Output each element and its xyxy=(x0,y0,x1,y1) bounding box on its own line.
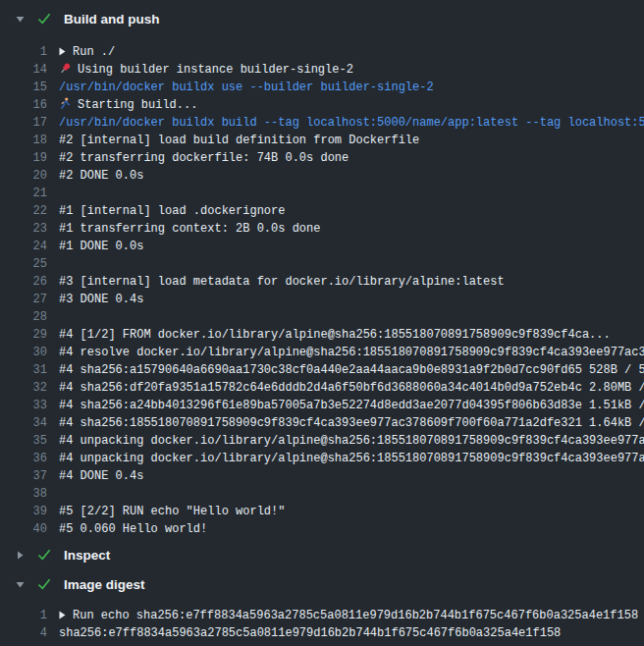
line-number[interactable]: 4 xyxy=(0,624,47,642)
workflow-log-viewer: Build and push1Run ./14Using builder ins… xyxy=(0,0,644,646)
log-text-content: #4 sha256:a24bb4013296f61e89ba57005a7b3e… xyxy=(59,399,644,412)
check-icon xyxy=(37,13,51,25)
log-text: #4 sha256:df20fa9351a15782c64e6dddb2d4a6… xyxy=(59,379,644,397)
line-number[interactable]: 37 xyxy=(0,467,47,485)
line-number[interactable]: 23 xyxy=(0,220,47,238)
log-command-text: /usr/bin/docker buildx use --builder bui… xyxy=(59,79,434,96)
line-number[interactable]: 34 xyxy=(0,414,47,432)
log-line: 15/usr/bin/docker buildx use --builder b… xyxy=(0,79,644,96)
log-text: #4 sha256:185518070891758909c9f839cf4ca3… xyxy=(59,414,644,432)
pushpin-icon xyxy=(59,62,72,79)
line-number[interactable]: 20 xyxy=(0,167,47,185)
log-line: 40#5 0.060 Hello world! xyxy=(0,520,644,538)
log-line: 18#2 [internal] load build definition fr… xyxy=(0,132,644,149)
log-text-content: sha256:e7ff8834a5963a2785c5a0811e979d16b… xyxy=(59,626,561,640)
log-text: Starting build... xyxy=(59,96,197,114)
line-number[interactable]: 31 xyxy=(0,361,47,379)
log-text: #1 transferring context: 2B 0.0s done xyxy=(59,220,320,238)
line-number[interactable]: 38 xyxy=(0,485,47,503)
log-text: #2 [internal] load build definition from… xyxy=(59,132,419,149)
line-number[interactable]: 25 xyxy=(0,255,47,273)
log-line: 4sha256:e7ff8834a5963a2785c5a0811e979d16… xyxy=(0,624,644,642)
log-text-content: #4 unpacking docker.io/library/alpine@sh… xyxy=(59,452,644,465)
line-number[interactable]: 14 xyxy=(0,61,47,79)
line-number[interactable]: 26 xyxy=(0,273,47,291)
log-text-content: #5 0.060 Hello world! xyxy=(59,522,207,536)
log-text-content: Run ./ xyxy=(73,45,115,59)
log-text: #4 [1/2] FROM docker.io/library/alpine@s… xyxy=(59,326,611,344)
log-line: 36#4 unpacking docker.io/library/alpine@… xyxy=(0,450,644,467)
log-line: 26#3 [internal] load metadata for docker… xyxy=(0,273,644,291)
runner-icon xyxy=(59,97,72,114)
log-text: #2 transferring dockerfile: 74B 0.0s don… xyxy=(59,149,349,167)
line-number[interactable]: 29 xyxy=(0,326,47,344)
log-line: 31#4 sha256:a15790640a6690aa1730c38cf0a4… xyxy=(0,361,644,379)
log-text-content: #2 [internal] load build definition from… xyxy=(59,134,419,147)
line-number[interactable]: 17 xyxy=(0,114,47,132)
section-header-image-digest[interactable]: Image digest xyxy=(0,575,644,593)
line-number[interactable]: 1 xyxy=(0,43,47,61)
check-icon xyxy=(37,578,51,590)
play-triangle-icon[interactable] xyxy=(59,43,66,61)
log-line: 33#4 sha256:a24bb4013296f61e89ba57005a7b… xyxy=(0,397,644,414)
line-number[interactable]: 28 xyxy=(0,308,47,326)
log-text: #1 [internal] load .dockerignore xyxy=(59,202,285,220)
line-number[interactable]: 24 xyxy=(0,238,47,255)
section-header-build-and-push[interactable]: Build and push xyxy=(0,10,644,27)
log-text-content: /usr/bin/docker buildx use --builder bui… xyxy=(59,81,434,94)
log-text-content: #1 [internal] load .dockerignore xyxy=(59,204,285,218)
log-line: 21 xyxy=(0,185,644,202)
log-text-content: #4 DONE 0.4s xyxy=(59,469,143,483)
log-line: 30#4 resolve docker.io/library/alpine@sh… xyxy=(0,344,644,361)
line-number[interactable]: 19 xyxy=(0,149,47,167)
section-log-body-image-digest: 1Run echo sha256:e7ff8834a5963a2785c5a08… xyxy=(0,607,644,642)
chevron-down-icon[interactable] xyxy=(15,581,25,588)
log-line: 39#5 [2/2] RUN echo "Hello world!" xyxy=(0,503,644,520)
line-number[interactable]: 27 xyxy=(0,291,47,308)
log-text-content: #1 DONE 0.0s xyxy=(59,240,143,253)
line-number[interactable]: 33 xyxy=(0,397,47,414)
line-number[interactable]: 15 xyxy=(0,79,47,96)
line-number[interactable]: 16 xyxy=(0,96,47,114)
log-line: 16Starting build... xyxy=(0,96,644,114)
log-text-content: #2 DONE 0.0s xyxy=(59,169,143,183)
log-line: 20#2 DONE 0.0s xyxy=(0,167,644,185)
log-text: Using builder instance builder-single-2 xyxy=(59,61,353,79)
log-line: 17/usr/bin/docker buildx build --tag loc… xyxy=(0,114,644,132)
line-number[interactable]: 39 xyxy=(0,503,47,520)
chevron-right-icon[interactable] xyxy=(15,551,25,560)
line-number[interactable]: 30 xyxy=(0,344,47,361)
line-number[interactable]: 32 xyxy=(0,379,47,397)
log-text-content: #4 sha256:185518070891758909c9f839cf4ca3… xyxy=(59,416,644,430)
log-line: 28 xyxy=(0,308,644,326)
log-text-content: Using builder instance builder-single-2 xyxy=(78,63,353,77)
log-text-content: #2 transferring dockerfile: 74B 0.0s don… xyxy=(59,151,349,165)
log-command-text: /usr/bin/docker buildx build --tag local… xyxy=(59,114,644,132)
log-text: Run echo sha256:e7ff8834a5963a2785c5a081… xyxy=(59,607,638,624)
chevron-down-icon[interactable] xyxy=(15,16,25,23)
line-number[interactable]: 22 xyxy=(0,202,47,220)
log-line: 19#2 transferring dockerfile: 74B 0.0s d… xyxy=(0,149,644,167)
line-number[interactable]: 1 xyxy=(0,607,47,624)
log-text-content: #5 [2/2] RUN echo "Hello world!" xyxy=(59,505,285,518)
line-number[interactable]: 18 xyxy=(0,132,47,149)
log-text: #1 DONE 0.0s xyxy=(59,238,143,255)
line-number[interactable]: 35 xyxy=(0,432,47,450)
section-header-inspect[interactable]: Inspect xyxy=(0,546,644,564)
log-line: 25 xyxy=(0,255,644,273)
log-line: 23#1 transferring context: 2B 0.0s done xyxy=(0,220,644,238)
log-text: #2 DONE 0.0s xyxy=(59,167,143,185)
log-text-content: #4 sha256:df20fa9351a15782c64e6dddb2d4a6… xyxy=(59,381,644,395)
line-number[interactable]: 21 xyxy=(0,185,47,202)
line-number[interactable]: 36 xyxy=(0,450,47,467)
log-text: sha256:e7ff8834a5963a2785c5a0811e979d16b… xyxy=(59,624,561,642)
log-text: #4 unpacking docker.io/library/alpine@sh… xyxy=(59,450,644,467)
line-number[interactable]: 40 xyxy=(0,520,47,538)
log-text-content: #1 transferring context: 2B 0.0s done xyxy=(59,222,320,236)
log-text-content: /usr/bin/docker buildx build --tag local… xyxy=(59,116,644,130)
log-line: 37#4 DONE 0.4s xyxy=(0,467,644,485)
log-line: 24#1 DONE 0.0s xyxy=(0,238,644,255)
play-triangle-icon[interactable] xyxy=(59,607,66,624)
log-text: #4 sha256:a15790640a6690aa1730c38cf0a440… xyxy=(59,361,644,379)
log-line: 22#1 [internal] load .dockerignore xyxy=(0,202,644,220)
